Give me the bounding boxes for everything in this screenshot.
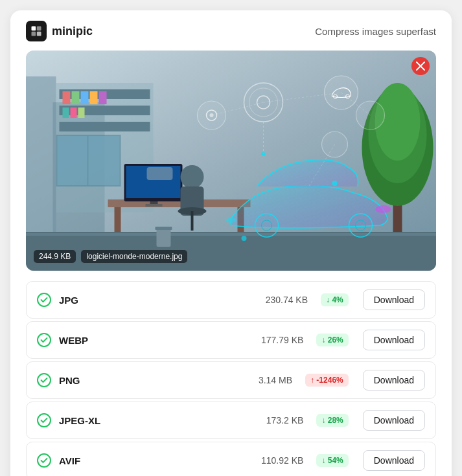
- image-preview-wrapper: 244.9 KB logiciel-monde-moderne.jpg: [26, 51, 436, 271]
- format-check-icon: [37, 293, 51, 307]
- format-size: 110.92 KB: [261, 455, 303, 466]
- logo-icon: [26, 21, 47, 41]
- svg-rect-36: [26, 233, 436, 236]
- download-button[interactable]: Download: [363, 450, 425, 471]
- image-meta: 244.9 KB logiciel-monde-moderne.jpg: [34, 250, 187, 263]
- svg-point-59: [262, 152, 266, 156]
- format-name: JPG: [59, 295, 258, 306]
- format-check-icon: [37, 333, 51, 347]
- svg-rect-3: [37, 32, 41, 36]
- format-size: 177.79 KB: [261, 335, 303, 345]
- svg-rect-65: [147, 167, 173, 180]
- format-badge: ↓ 4%: [321, 293, 349, 306]
- svg-rect-11: [63, 91, 71, 104]
- preview-image: [26, 51, 436, 271]
- format-name: AVIF: [59, 455, 253, 466]
- svg-rect-10: [60, 122, 150, 131]
- format-name: PNG: [59, 375, 251, 386]
- svg-rect-64: [89, 136, 120, 185]
- download-button[interactable]: Download: [363, 330, 425, 350]
- svg-rect-63: [58, 136, 87, 185]
- image-name-badge: logiciel-monde-moderne.jpg: [81, 250, 187, 263]
- format-row: WEBP 177.79 KB ↓ 26% Download: [26, 321, 436, 359]
- format-badge: ↓ 26%: [316, 334, 348, 346]
- svg-rect-66: [157, 229, 171, 247]
- download-button[interactable]: Download: [363, 410, 425, 431]
- svg-rect-18: [78, 108, 85, 118]
- format-size: 230.74 KB: [266, 295, 308, 305]
- format-check-icon: [37, 373, 51, 387]
- svg-rect-17: [71, 108, 77, 118]
- format-row: PNG 3.14 MB ↑ -1246% Download: [26, 361, 436, 399]
- image-size-badge: 244.9 KB: [34, 250, 76, 263]
- svg-rect-16: [63, 108, 69, 118]
- format-badge: ↓ 28%: [316, 414, 348, 427]
- svg-rect-14: [90, 91, 98, 104]
- svg-point-41: [376, 205, 391, 213]
- tagline: Compress images superfast: [315, 26, 436, 37]
- svg-rect-67: [156, 227, 172, 230]
- format-row: JPEG-XL 173.2 KB ↓ 28% Download: [26, 402, 436, 439]
- format-name: WEBP: [59, 335, 253, 346]
- svg-rect-5: [26, 76, 56, 258]
- download-button[interactable]: Download: [363, 370, 425, 391]
- download-button[interactable]: Download: [363, 289, 425, 310]
- svg-rect-1: [37, 27, 41, 31]
- svg-point-60: [332, 181, 338, 186]
- format-check-icon: [37, 453, 51, 468]
- format-list: JPG 230.74 KB ↓ 4% Download WEBP 177.79 …: [26, 281, 436, 476]
- format-size: 173.2 KB: [266, 415, 304, 425]
- format-badge: ↓ 54%: [316, 454, 348, 467]
- svg-point-27: [181, 165, 204, 188]
- format-check-icon: [37, 413, 51, 427]
- app-container: minipic Compress images superfast: [10, 10, 452, 476]
- close-button[interactable]: [411, 57, 430, 75]
- svg-rect-12: [72, 91, 80, 104]
- logo-area: minipic: [26, 21, 93, 41]
- format-size: 3.14 MB: [259, 375, 292, 385]
- header: minipic Compress images superfast: [26, 21, 436, 51]
- logo-text: minipic: [52, 25, 93, 38]
- svg-rect-0: [32, 27, 36, 31]
- svg-point-61: [242, 236, 247, 241]
- format-name: JPEG-XL: [59, 415, 259, 426]
- svg-rect-26: [146, 204, 163, 207]
- svg-rect-13: [81, 91, 89, 104]
- svg-rect-15: [99, 91, 107, 104]
- format-row: AVIF 110.92 KB ↓ 54% Download: [26, 442, 436, 476]
- svg-rect-2: [32, 32, 36, 36]
- format-row: JPG 230.74 KB ↓ 4% Download: [26, 281, 436, 319]
- svg-rect-30: [191, 211, 194, 231]
- format-badge: ↑ -1246%: [305, 374, 349, 387]
- svg-point-42: [226, 218, 237, 223]
